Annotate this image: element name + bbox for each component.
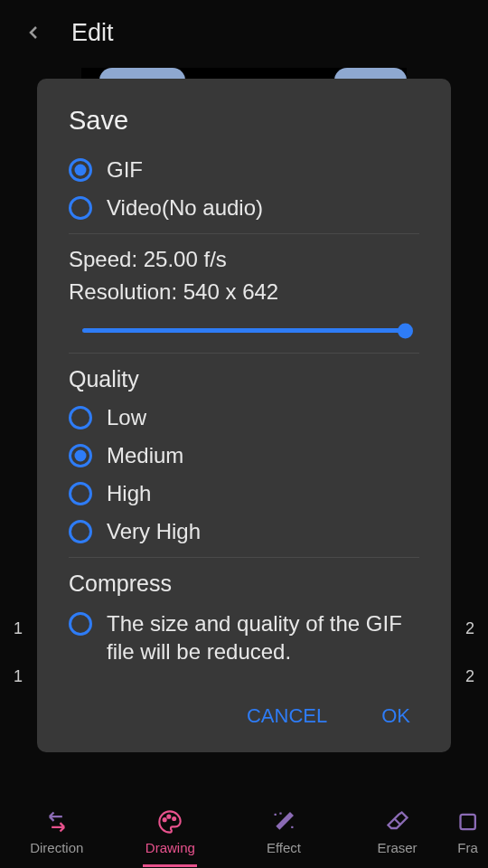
direction-icon [44, 809, 70, 835]
timeline-mark: 1 [14, 619, 23, 638]
nav-label: Fra [457, 840, 478, 855]
radio-icon [69, 196, 92, 220]
bottom-nav: Direction Drawing Effect Eraser Fra [0, 796, 488, 868]
nav-frame[interactable]: Fra [454, 809, 488, 855]
radio-icon [69, 482, 92, 505]
speed-info: Speed: 25.00 f/s [69, 247, 419, 272]
nav-label: Drawing [145, 840, 195, 855]
compress-description: The size and quality of the GIF file wil… [107, 609, 419, 665]
radio-icon [69, 406, 92, 429]
speed-value: 25.00 f/s [144, 247, 227, 271]
format-option-gif[interactable]: GIF [69, 157, 419, 183]
divider [69, 233, 419, 234]
back-icon[interactable] [23, 22, 44, 43]
svg-rect-3 [461, 814, 475, 828]
svg-point-1 [168, 815, 171, 817]
nav-direction[interactable]: Direction [0, 809, 114, 855]
speed-label: Speed [69, 247, 131, 271]
eraser-icon [385, 809, 410, 835]
nav-eraser[interactable]: Eraser [341, 809, 455, 855]
save-dialog: Save GIF Video(No audio) Speed: 25.00 f/… [37, 79, 451, 752]
resolution-value: 540 x 642 [183, 279, 278, 304]
nav-effect[interactable]: Effect [227, 809, 341, 855]
wand-icon [271, 809, 296, 835]
compress-title: Compress [69, 571, 419, 597]
compress-option[interactable]: The size and quality of the GIF file wil… [69, 609, 419, 665]
quality-option-low[interactable]: Low [69, 405, 419, 430]
nav-label: Effect [267, 840, 301, 855]
resolution-info: Resolution: 540 x 642 [69, 279, 419, 305]
divider [69, 353, 419, 354]
resolution-label: Resolution [69, 279, 171, 304]
timeline-mark: 2 [465, 667, 474, 686]
dialog-title: Save [69, 106, 419, 136]
quality-title: Quality [69, 366, 419, 392]
svg-point-0 [164, 818, 166, 821]
nav-label: Eraser [377, 840, 417, 855]
quality-option-veryhigh[interactable]: Very High [69, 519, 419, 544]
frame-icon [457, 809, 483, 835]
radio-icon [69, 158, 92, 182]
radio-label: Very High [107, 519, 201, 544]
quality-option-medium[interactable]: Medium [69, 443, 419, 468]
app-header: Edit [0, 0, 488, 65]
dialog-actions: CANCEL OK [69, 700, 419, 732]
timeline-mark: 1 [14, 667, 23, 686]
slider-track [82, 328, 406, 333]
radio-label: High [107, 481, 151, 506]
radio-label: GIF [107, 157, 143, 183]
timeline-mark: 2 [465, 619, 474, 638]
radio-label: Low [107, 405, 146, 430]
format-option-video[interactable]: Video(No audio) [69, 195, 419, 221]
palette-icon [157, 809, 183, 835]
radio-label: Medium [107, 443, 183, 468]
slider-thumb[interactable] [398, 323, 413, 338]
ok-button[interactable]: OK [372, 700, 419, 732]
quality-option-high[interactable]: High [69, 481, 419, 506]
radio-icon [69, 520, 92, 543]
cancel-button[interactable]: CANCEL [238, 700, 336, 732]
divider [69, 557, 419, 558]
nav-drawing[interactable]: Drawing [114, 809, 228, 855]
nav-label: Direction [30, 840, 83, 855]
svg-point-2 [174, 816, 176, 819]
resolution-slider[interactable] [69, 312, 419, 340]
radio-label: Video(No audio) [107, 195, 263, 221]
page-title: Edit [71, 19, 114, 47]
radio-icon [69, 444, 92, 467]
radio-icon [69, 612, 92, 636]
